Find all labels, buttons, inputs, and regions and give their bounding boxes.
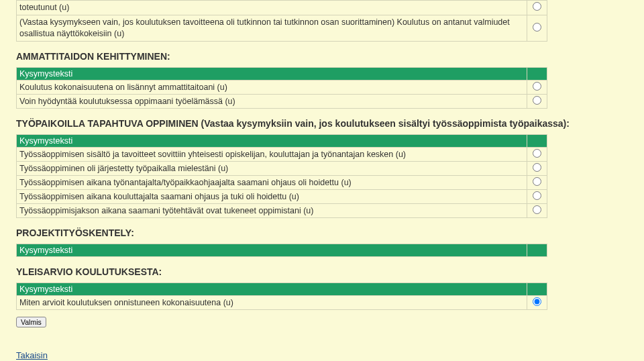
- back-link[interactable]: Takaisin: [16, 350, 48, 360]
- answer-radio[interactable]: [533, 205, 541, 214]
- radio-cell: [527, 94, 547, 108]
- table-row: Työssäoppimisen aikana työnantajalta/työ…: [17, 175, 547, 189]
- pre-rows-table: toteutunut (u) (Vastaa kysymykseen vain,…: [16, 0, 547, 42]
- section-table: Kysymysteksti Työssäoppimisen sisältö ja…: [16, 134, 547, 218]
- section-title: AMMATTITAIDON KEHITTYMINEN:: [16, 51, 628, 62]
- header-label: Kysymysteksti: [17, 282, 527, 295]
- header-label: Kysymysteksti: [17, 134, 527, 147]
- table-row: Työssäoppimisen sisältö ja tavoitteet so…: [17, 147, 547, 161]
- answer-radio[interactable]: [533, 191, 541, 200]
- answer-radio[interactable]: [533, 163, 541, 172]
- radio-cell: [527, 203, 547, 217]
- header-label: Kysymysteksti: [17, 244, 527, 256]
- section-table: Kysymysteksti: [16, 244, 547, 257]
- question-text: Työssäoppimisen aikana työnantajalta/työ…: [17, 175, 527, 189]
- header-radio-col: [527, 282, 547, 295]
- header-label: Kysymysteksti: [17, 67, 527, 80]
- radio-cell: [527, 295, 547, 309]
- question-text: Työssäoppimisen sisältö ja tavoitteet so…: [17, 147, 527, 161]
- answer-radio[interactable]: [533, 23, 541, 32]
- section-table: Kysymysteksti Koulutus kokonaisuutena on…: [16, 67, 547, 109]
- question-text: Voin hyödyntää koulutuksessa oppimaani t…: [17, 94, 527, 108]
- table-row: Miten arvioit koulutuksen onnistuneen ko…: [17, 295, 547, 309]
- question-text: Työssäoppimisen aikana kouluttajalta saa…: [17, 189, 527, 203]
- question-text: (Vastaa kysymykseen vain, jos koulutukse…: [17, 15, 527, 41]
- table-row: Työssäoppimisjakson aikana saamani työte…: [17, 203, 547, 217]
- question-text: Työssäoppiminen oli järjestetty työpaika…: [17, 161, 527, 175]
- question-text: Työssäoppimisjakson aikana saamani työte…: [17, 203, 527, 217]
- section-title: YLEISARVIO KOULUTUKSESTA:: [16, 266, 628, 277]
- submit-button[interactable]: Valmis: [16, 317, 46, 327]
- answer-radio[interactable]: [533, 149, 541, 158]
- answer-radio[interactable]: [533, 2, 541, 11]
- radio-cell: [527, 161, 547, 175]
- radio-cell: [527, 15, 547, 41]
- answer-radio[interactable]: [533, 297, 541, 306]
- section-title: PROJEKTITYÖSKENTELY:: [16, 227, 628, 238]
- question-text: Miten arvioit koulutuksen onnistuneen ko…: [17, 295, 527, 309]
- answer-radio[interactable]: [533, 96, 541, 105]
- section-table: Kysymysteksti Miten arvioit koulutuksen …: [16, 282, 547, 310]
- table-row: Työssäoppimisen aikana kouluttajalta saa…: [17, 189, 547, 203]
- radio-cell: [527, 1, 547, 15]
- question-text: toteutunut (u): [17, 1, 527, 15]
- table-row: Koulutus kokonaisuutena on lisännyt amma…: [17, 80, 547, 94]
- section-title: TYÖPAIKOILLA TAPAHTUVA OPPIMINEN (Vastaa…: [16, 118, 628, 129]
- answer-radio[interactable]: [533, 82, 541, 91]
- table-row: toteutunut (u): [17, 1, 547, 15]
- table-row: (Vastaa kysymykseen vain, jos koulutukse…: [17, 15, 547, 41]
- header-radio-col: [527, 67, 547, 80]
- radio-cell: [527, 147, 547, 161]
- header-radio-col: [527, 244, 547, 256]
- table-row: Työssäoppiminen oli järjestetty työpaika…: [17, 161, 547, 175]
- question-text: Koulutus kokonaisuutena on lisännyt amma…: [17, 80, 527, 94]
- header-radio-col: [527, 134, 547, 147]
- radio-cell: [527, 80, 547, 94]
- table-row: Voin hyödyntää koulutuksessa oppimaani t…: [17, 94, 547, 108]
- radio-cell: [527, 175, 547, 189]
- page: toteutunut (u) (Vastaa kysymykseen vain,…: [0, 0, 644, 361]
- answer-radio[interactable]: [533, 177, 541, 186]
- radio-cell: [527, 189, 547, 203]
